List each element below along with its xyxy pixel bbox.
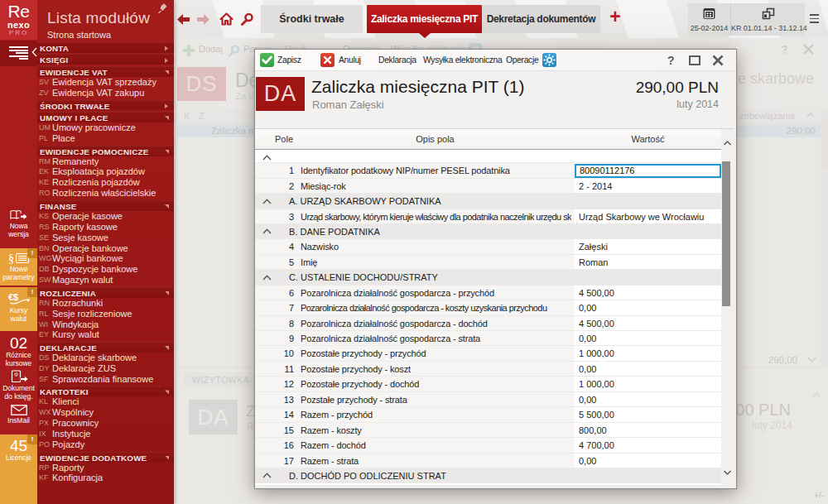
sidebar-item-operacje-bankowe[interactable]: BNOperacje bankowe: [37, 243, 174, 254]
scroll-thumb[interactable]: [722, 161, 730, 306]
sidebar-item-konfiguracja[interactable]: KFKonfiguracja: [37, 473, 174, 483]
modal-scrollbar[interactable]: [721, 128, 734, 485]
declaration-menu-button[interactable]: Deklaracja: [378, 55, 416, 65]
rail-tile-licencje[interactable]: !45Licencje: [0, 434, 37, 504]
sidebar-item-instytucje[interactable]: IXInstytucje: [37, 429, 174, 439]
sidebar-item-ewidencja-vat-zakupu[interactable]: ZVEwidencja VAT zakupu: [37, 88, 174, 98]
sidebar-section-umowy-i-p-ace[interactable]: UMOWY I PŁACE: [37, 112, 174, 122]
sidebar-section-ewidencje-dodatkowe[interactable]: EWIDENCJE DODATKOWE: [37, 452, 174, 463]
field-row-14[interactable]: 14Razem - przychód5 500,00: [255, 407, 721, 422]
sidebar-item-sesje-rozliczeniowe[interactable]: RLSesje rozliczeniowe: [37, 309, 174, 319]
sidebar-item-umowy-pracownicze[interactable]: UMUmowy pracownicze: [37, 122, 174, 133]
field-row-3[interactable]: 3Urząd skarbowy, którym kieruje właściwy…: [255, 209, 721, 224]
sidebar-item-remanenty[interactable]: RMRemanenty: [37, 156, 174, 167]
collapse-icon[interactable]: [262, 155, 272, 161]
field-row-1[interactable]: 1Identyfikator podatkowy NIP/numer PESEL…: [255, 163, 721, 178]
section-row[interactable]: D. DOCHÓD PO ODLICZENIU STRAT: [255, 468, 721, 483]
field-value[interactable]: 0,00: [579, 456, 718, 466]
field-row-10[interactable]: 10Pozostałe przychody - przychód1 000,00: [255, 346, 721, 361]
app-logo[interactable]: Re nexo PRO: [0, 0, 37, 40]
accounting-period-button[interactable]: KR 01.01.14 - 31.12.14: [730, 3, 805, 36]
field-value[interactable]: 1 000,00: [579, 348, 718, 358]
sidebar-item-raporty[interactable]: RPRaporty: [37, 463, 174, 473]
field-value[interactable]: 2 - 2014: [579, 181, 718, 191]
sidebar-item-eksploatacja-pojazdów[interactable]: EKEksploatacja pojazdów: [37, 166, 174, 177]
field-value[interactable]: 4 500,00: [579, 288, 718, 298]
field-value[interactable]: Urząd Skarbowy we Wrocławiu: [579, 212, 718, 222]
modal-close-button[interactable]: [712, 55, 724, 66]
rail-tile-nowe-parametry[interactable]: !§Noweparametry: [0, 248, 37, 286]
group-collapse-row[interactable]: [255, 151, 721, 163]
tab-dekretacja-dokumentow[interactable]: Dekretacja dokumentów: [482, 5, 600, 33]
tab-zaliczka-miesieczna-pit[interactable]: Zaliczka miesięczna PIT: [367, 5, 482, 33]
sidebar-item-strona-startowa[interactable]: Strona startowa: [37, 30, 174, 41]
sidebar-section-konta[interactable]: KONTA: [37, 42, 174, 53]
field-row-16[interactable]: 16Razem - dochód4 700,00: [255, 438, 721, 453]
field-row-13[interactable]: 13Pozstałe przychody - strata0,00: [255, 392, 721, 407]
operations-menu-button[interactable]: Operacje: [506, 55, 538, 65]
menu-icon[interactable]: [810, 14, 819, 26]
current-date-button[interactable]: 25-02-2014: [688, 3, 730, 36]
section-row[interactable]: B. DANE PODATNIKA: [255, 224, 721, 239]
sidebar-item-płace[interactable]: PLPłace: [37, 133, 174, 144]
forward-icon[interactable]: [197, 14, 209, 25]
sidebar-section-deklaracje[interactable]: DEKLARACJE: [37, 342, 174, 353]
rail-tile-nowa-wersja[interactable]: Nowawersja: [0, 201, 37, 244]
field-value[interactable]: 0,00: [579, 303, 718, 313]
sidebar-item-deklaracje-zus[interactable]: DYDeklaracje ZUS: [37, 363, 174, 374]
field-row-15[interactable]: 15Razem - koszty800,00: [255, 423, 721, 438]
field-value[interactable]: 4 700,00: [579, 440, 718, 450]
new-tab-button[interactable]: +: [606, 5, 624, 30]
field-row-8[interactable]: 8Pozarolnicza działalność gospodarcza - …: [255, 316, 721, 331]
settings-gear-icon[interactable]: [542, 53, 556, 67]
column-wartosc[interactable]: Wartość: [575, 134, 721, 144]
collapse-icon[interactable]: [262, 473, 272, 478]
sidebar-section--rodki-trwa-e[interactable]: ŚRODKI TRWAŁE: [37, 100, 174, 111]
sidebar-item-windykacja[interactable]: WIWindykacja: [37, 319, 174, 330]
column-opis-pola[interactable]: Opis pola: [296, 134, 575, 144]
sidebar-section-finanse[interactable]: FINANSE: [37, 200, 174, 211]
collapse-icon[interactable]: [262, 228, 272, 234]
cancel-icon[interactable]: [320, 53, 335, 67]
field-value[interactable]: 0,00: [579, 395, 718, 405]
field-value[interactable]: Roman: [579, 257, 718, 267]
sidebar-item-dyspozycje-bankowe[interactable]: DBDyspozycje bankowe: [37, 264, 174, 275]
column-pole[interactable]: Pole: [274, 134, 294, 144]
sidebar-section-rozliczenia[interactable]: ROZLICZENIA: [37, 287, 174, 298]
tab-srodki-trwale[interactable]: Środki trwałe: [261, 5, 363, 33]
field-value-input[interactable]: [575, 165, 720, 178]
collapse-icon[interactable]: [262, 199, 272, 204]
field-row-4[interactable]: 4NazwiskoZałęski: [255, 239, 721, 254]
sidebar-section-ewidencje-pomocnicze[interactable]: EWIDENCJE POMOCNICZE: [37, 146, 174, 156]
search-icon[interactable]: [241, 12, 254, 26]
sidebar-item-pojazdy[interactable]: POPojazdy: [37, 439, 174, 450]
rail-tile-dokument-do-ksieg[interactable]: Dokumentdo księg.: [0, 367, 37, 398]
cancel-button[interactable]: Anuluj: [339, 55, 361, 65]
section-row[interactable]: C. USTALENIE DOCHODU/STRATY: [255, 270, 721, 285]
modal-help-button[interactable]: ?: [667, 54, 675, 67]
field-value[interactable]: 4 500,00: [579, 319, 718, 329]
field-row-11[interactable]: 11Pozostałe przychody - koszt0,00: [255, 362, 721, 377]
save-icon[interactable]: [260, 53, 274, 67]
field-row-17[interactable]: 17Razem - strata0,00: [255, 454, 721, 468]
sidebar-section-kartoteki[interactable]: KARTOTEKI: [37, 386, 174, 396]
sidebar-section-ksi-gi[interactable]: KSIĘGI: [37, 54, 174, 65]
sidebar-item-kursy-walut[interactable]: EYKursy walut: [37, 329, 174, 340]
field-value[interactable]: 1 000,00: [579, 379, 718, 389]
field-row-9[interactable]: 9Pozarolnicza działalność gospodarcza - …: [255, 331, 721, 346]
sidebar-item-raporty-kasowe[interactable]: RSRaporty kasowe: [37, 222, 174, 233]
sidebar-item-magazyn-walut[interactable]: SWMagazyn walut: [37, 275, 174, 286]
home-icon[interactable]: [219, 12, 233, 26]
save-button[interactable]: Zapisz: [277, 55, 301, 65]
field-value[interactable]: 800,00: [579, 425, 718, 435]
field-row-2[interactable]: 2Miesiąc-rok2 - 2014: [255, 179, 721, 194]
sidebar-section-ewidencje-vat[interactable]: EWIDENCJE VAT: [37, 66, 174, 77]
sidebar-item-rozrachunki[interactable]: RNRozrachunki: [37, 298, 174, 309]
section-row[interactable]: A. URZĄD SKARBOWY PODATNIKA: [255, 194, 721, 209]
sidebar-item-sesje-kasowe[interactable]: SESesje kasowe: [37, 233, 174, 243]
scroll-up-icon[interactable]: [724, 141, 731, 146]
rail-tile-kursy-walut[interactable]: !€$Kursywalut: [0, 287, 37, 331]
field-row-12[interactable]: 12Pozostałe przychody - dochód1 000,00: [255, 377, 721, 391]
back-icon[interactable]: [177, 14, 190, 25]
field-value[interactable]: 0,00: [579, 334, 718, 343]
